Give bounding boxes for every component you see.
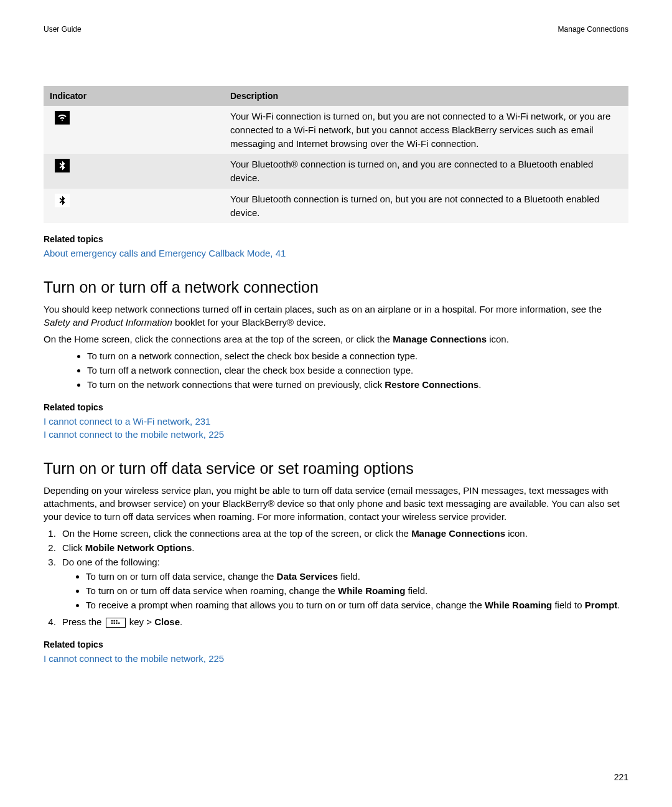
text: Click	[62, 542, 85, 553]
text: To receive a prompt when roaming that al…	[86, 600, 485, 610]
text-bold: Data Services	[277, 571, 338, 582]
text: .	[192, 542, 194, 553]
page-number: 221	[614, 772, 628, 782]
related-link[interactable]: About emergency calls and Emergency Call…	[44, 247, 628, 260]
related-link[interactable]: I cannot connect to the mobile network, …	[44, 428, 628, 441]
table-row: Your Bluetooth connection is turned on, …	[44, 189, 628, 224]
text: To turn on the network connections that …	[87, 379, 385, 390]
svg-point-3	[113, 623, 115, 625]
svg-point-5	[118, 623, 119, 625]
bluetooth-on-icon	[55, 194, 70, 207]
text-bold: Manage Connections	[393, 334, 487, 344]
list-item: To turn on a network connection, select …	[87, 349, 628, 362]
svg-point-4	[116, 623, 118, 625]
body-paragraph: You should keep network connections turn…	[44, 303, 628, 329]
col-indicator-header: Indicator	[44, 86, 224, 106]
related-topics-label: Related topics	[44, 402, 628, 412]
text: To turn on or turn off data service, cha…	[86, 571, 277, 582]
text: booklet for your BlackBerry® device.	[172, 317, 326, 328]
text: To turn on or turn off data service when…	[86, 585, 338, 596]
list-item: Do one of the following: To turn on or t…	[58, 555, 628, 611]
header-guide-name: User Guide	[44, 25, 82, 34]
list-item: To receive a prompt when roaming that al…	[86, 598, 628, 611]
body-paragraph: On the Home screen, click the connection…	[44, 333, 628, 346]
table-row: Your Bluetooth® connection is turned on,…	[44, 154, 628, 189]
table-desc: Your Bluetooth connection is turned on, …	[224, 189, 628, 224]
related-link[interactable]: I cannot connect to a Wi-Fi network, 231	[44, 415, 628, 428]
text-italic: Safety and Product Information	[44, 317, 172, 328]
list-item: To turn on the network connections that …	[87, 378, 628, 391]
svg-point-6	[116, 620, 118, 622]
body-paragraph: Depending on your wireless service plan,…	[44, 484, 628, 523]
text: .	[617, 600, 620, 610]
section-title-data-service: Turn on or turn off data service or set …	[44, 460, 628, 478]
list-item: Press the key > Close.	[58, 615, 628, 628]
list-item: Click Mobile Network Options.	[58, 541, 628, 554]
text: .	[180, 616, 182, 627]
text: On the Home screen, click the connection…	[62, 528, 411, 539]
text-bold: Restore Connections	[385, 379, 478, 390]
col-description-header: Description	[224, 86, 628, 106]
text: field to	[552, 600, 585, 610]
bluetooth-connected-icon	[55, 159, 70, 172]
menu-key-icon	[106, 618, 126, 628]
svg-point-2	[111, 623, 113, 625]
svg-point-1	[113, 620, 115, 622]
text: icon.	[487, 334, 509, 344]
text: field.	[338, 571, 360, 582]
list-item: To turn on or turn off data service, cha…	[86, 570, 628, 583]
sub-bullets: To turn on or turn off data service, cha…	[86, 570, 628, 611]
svg-point-0	[111, 620, 113, 622]
list-item: To turn off a network connection, clear …	[87, 364, 628, 377]
text-bold: Manage Connections	[411, 528, 505, 539]
wifi-limited-icon	[55, 111, 70, 125]
text-bold: Prompt	[585, 600, 618, 610]
related-topics-label: Related topics	[44, 639, 628, 649]
text: .	[478, 379, 481, 390]
text: key >	[127, 616, 155, 627]
section-title-network-connection: Turn on or turn off a network connection	[44, 278, 628, 296]
text: On the Home screen, click the connection…	[44, 334, 393, 344]
text-bold: Mobile Network Options	[85, 542, 192, 553]
table-desc: Your Bluetooth® connection is turned on,…	[224, 154, 628, 189]
text: icon.	[505, 528, 528, 539]
bullet-list: To turn on a network connection, select …	[87, 349, 628, 391]
table-desc: Your Wi-Fi connection is turned on, but …	[224, 106, 628, 154]
header-section-name: Manage Connections	[558, 25, 628, 34]
page-content: Indicator Description Your Wi-Fi connect…	[44, 86, 628, 665]
text: field.	[405, 585, 427, 596]
text: Press the	[62, 616, 105, 627]
list-item: On the Home screen, click the connection…	[58, 527, 628, 540]
related-topics-label: Related topics	[44, 234, 628, 244]
ordered-steps: On the Home screen, click the connection…	[58, 527, 628, 628]
text: Do one of the following:	[62, 557, 160, 567]
list-item: To turn on or turn off data service when…	[86, 584, 628, 597]
text-bold: While Roaming	[485, 600, 552, 610]
text: You should keep network connections turn…	[44, 304, 602, 314]
indicators-table: Indicator Description Your Wi-Fi connect…	[44, 86, 628, 223]
related-link[interactable]: I cannot connect to the mobile network, …	[44, 652, 628, 665]
table-row: Your Wi-Fi connection is turned on, but …	[44, 106, 628, 154]
text-bold: While Roaming	[338, 585, 405, 596]
text-bold: Close	[154, 616, 180, 627]
